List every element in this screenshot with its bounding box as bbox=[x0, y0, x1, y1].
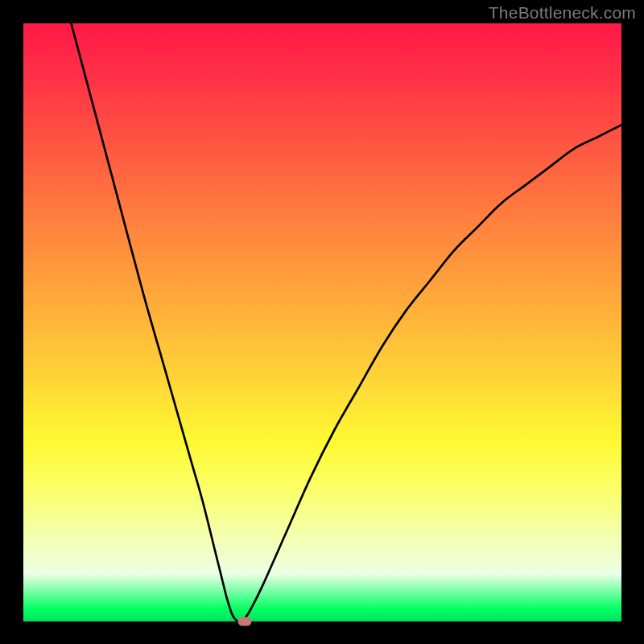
bottleneck-curve bbox=[71, 23, 621, 621]
watermark: TheBottleneck.com bbox=[489, 3, 636, 23]
optimal-point-marker bbox=[237, 617, 251, 626]
chart-container: TheBottleneck.com bbox=[0, 0, 644, 644]
plot-area bbox=[23, 23, 621, 621]
curve-svg bbox=[23, 23, 621, 621]
